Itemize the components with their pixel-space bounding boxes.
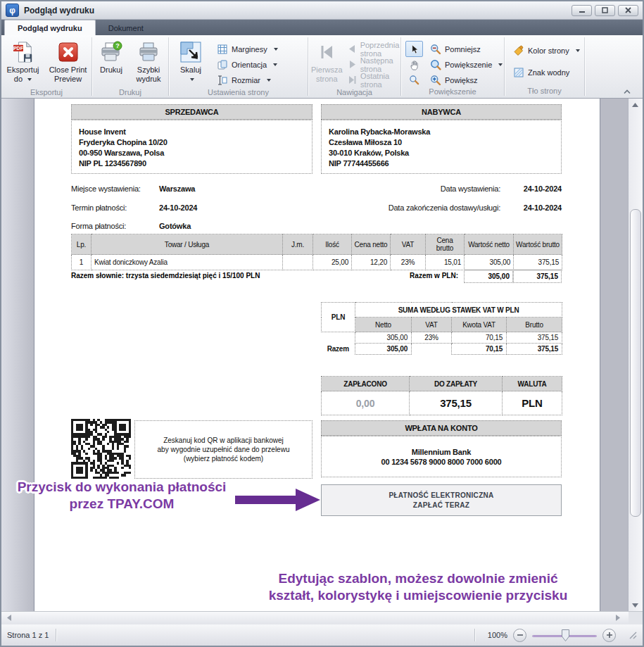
statusbar-separator: [474, 629, 475, 641]
tpay-annotation-line2: przez TPAY.COM: [8, 496, 235, 513]
zoom-out-icon: [429, 43, 441, 55]
close-button[interactable]: [618, 5, 638, 16]
vertical-scroll-thumb[interactable]: [630, 209, 641, 517]
annotation-arrow-icon: [235, 488, 321, 515]
statusbar-separator: [56, 629, 56, 641]
electronic-payment-button[interactable]: PŁATNOŚĆ ELEKTRONICZNA ZAPŁAĆ TERAZ: [321, 484, 562, 516]
tab-document[interactable]: Dokument: [96, 20, 156, 35]
zoom-out-button[interactable]: Pomniejsz: [427, 42, 505, 56]
dropdown-arrow-icon: [273, 63, 277, 66]
prev-page-button[interactable]: Poprzednia strona: [346, 42, 405, 56]
seller-city: 00-950 Warszawa, Polsa: [79, 148, 305, 158]
vat-amount: 70,15: [452, 332, 507, 344]
next-page-button[interactable]: Następna strona: [346, 58, 405, 71]
print-label: Drukuj: [100, 65, 122, 75]
issue-date-label: Data wystawienia:: [441, 184, 500, 193]
zoom-in-button[interactable]: Powiększ: [427, 73, 505, 87]
item-value-gross: 375,15: [514, 255, 562, 270]
qr-note-line3: (wybierz płatność kodem): [184, 454, 263, 463]
seller-header: SPRZEDAWCA: [71, 104, 312, 120]
minimize-button[interactable]: [572, 5, 592, 16]
prev-page-label: Poprzednia strona: [360, 41, 403, 58]
document-viewport: SPRZEDAWCA House Invent Fryderyka Chopin…: [1, 99, 643, 611]
place-value: Warszawa: [159, 184, 195, 193]
quick-print-button[interactable]: Szybki wydruk: [130, 37, 168, 87]
zoom-slider-thumb[interactable]: [562, 629, 569, 643]
scrollbar-corner: [629, 612, 643, 624]
resize-grip-icon[interactable]: [629, 631, 637, 639]
last-page-button[interactable]: Ostatnia strona: [346, 73, 405, 87]
magnifier-tool-button[interactable]: [405, 73, 423, 87]
zoom-menu-button[interactable]: Powiększenie: [427, 58, 505, 71]
printer-help-icon: ?: [100, 40, 122, 64]
watermark-button[interactable]: Znak wodny: [510, 65, 582, 79]
col-value-gross: Wartość brutto: [514, 234, 562, 255]
group-label-page-background: Tło strony: [505, 86, 584, 98]
horizontal-scrollbar[interactable]: [1, 611, 643, 624]
due-date-label: Termin płatności:: [71, 203, 127, 212]
minus-icon: [517, 634, 523, 636]
page-color-icon: [512, 44, 524, 56]
print-button[interactable]: ? Drukuj: [93, 37, 130, 87]
page-color-button[interactable]: Kolor strony: [510, 44, 582, 57]
col-unit: J.m.: [283, 234, 313, 255]
close-print-preview-button[interactable]: Close Print Preview: [44, 37, 91, 87]
scroll-left-button[interactable]: [3, 612, 15, 624]
qr-code: [71, 419, 131, 479]
currency-label: WALUTA: [503, 377, 562, 391]
statusbar: Strona 1 z 1 100%: [1, 624, 643, 646]
item-row: 1 Kwiat doniczkowy Azalia 25,00 12,20 23…: [72, 255, 562, 270]
item-name: Kwiat doniczkowy Azalia: [91, 255, 283, 270]
close-preview-icon: [58, 40, 78, 64]
first-page-button[interactable]: Pierwsza strona: [310, 37, 344, 87]
buyer-nip: NIP 77744455666: [329, 158, 554, 169]
zoom-slider[interactable]: [532, 629, 597, 641]
zoom-out-statusbar-button[interactable]: [513, 629, 526, 642]
zoom-menu-icon: [429, 58, 441, 70]
scale-icon: [179, 40, 202, 64]
col-vat: VAT: [391, 234, 426, 255]
ribbon-group-export: PDF Eksportuj do Close Print Preview Eks…: [1, 35, 91, 98]
scroll-down-button[interactable]: [629, 599, 642, 611]
payment-form-value: Gotówka: [159, 222, 191, 230]
orientation-icon: [216, 58, 228, 70]
scroll-up-button[interactable]: [629, 99, 642, 111]
dropdown-arrow-icon: [498, 63, 503, 66]
app-window: φ Podgląd wydruku Podgląd wydruku Dokume…: [0, 0, 644, 647]
orientation-button[interactable]: Orientacja: [214, 58, 280, 71]
size-label: Rozmiar: [232, 76, 260, 84]
delivery-date-value: 24-10-2024: [524, 203, 562, 212]
zoom-in-statusbar-button[interactable]: [602, 629, 616, 642]
tab-print-preview[interactable]: Podgląd wydruku: [4, 20, 96, 35]
issue-date-value: 24-10-2024: [524, 184, 562, 193]
scroll-down-icon: [632, 603, 638, 608]
zoom-menu-label: Powiększenie: [445, 61, 492, 69]
vat-col-vat: VAT: [412, 318, 452, 332]
ribbon-collapse-button[interactable]: [621, 87, 633, 95]
next-page-icon: [348, 58, 357, 70]
zoom-in-label: Powiększ: [445, 76, 477, 84]
pointer-tool-button[interactable]: [405, 41, 423, 57]
hand-tool-button[interactable]: [405, 58, 423, 72]
items-header-row: Lp. Towar / Usługa J.m. Ilość Cena netto…: [72, 234, 562, 255]
total-label: Razem w PLN:: [410, 270, 464, 283]
maximize-button[interactable]: [595, 5, 615, 16]
vat-total-net: 305,00: [355, 344, 412, 355]
paid-value: 0,00: [322, 391, 410, 415]
export-to-button[interactable]: PDF Eksportuj do: [1, 37, 44, 87]
last-page-label: Ostatnia strona: [360, 72, 402, 89]
total-in-words: Razem słownie: trzysta siedemdziesiąt pi…: [71, 270, 410, 283]
vertical-scrollbar[interactable]: [628, 99, 643, 611]
currency-value: PLN: [503, 391, 562, 415]
item-unit: [283, 255, 313, 270]
vat-col-net: Netto: [355, 318, 412, 332]
vat-currency: PLN: [322, 303, 355, 332]
scale-button[interactable]: Skaluj: [173, 37, 208, 87]
scroll-right-button[interactable]: [612, 612, 624, 624]
margins-button[interactable]: Marginesy: [214, 42, 280, 56]
size-button[interactable]: Rozmiar: [214, 73, 280, 87]
orientation-label: Orientacja: [232, 61, 267, 69]
minimize-icon: [579, 8, 586, 13]
svg-text:?: ?: [115, 42, 120, 49]
col-price-gross: Cena brutto: [426, 234, 465, 255]
